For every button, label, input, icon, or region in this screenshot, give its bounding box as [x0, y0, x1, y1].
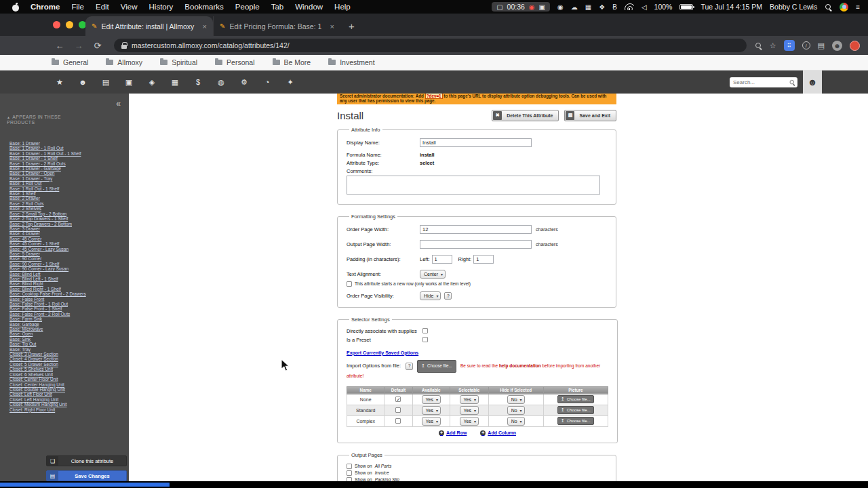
product-link[interactable]: Base: 1 Roll Out - 1 Shelf: [9, 186, 92, 191]
drop-icon[interactable]: ✦: [286, 78, 294, 87]
shipping-icon[interactable]: ◈: [148, 78, 156, 87]
available-select[interactable]: Yes: [422, 395, 441, 404]
display-name-input[interactable]: [420, 138, 532, 147]
add-column-link[interactable]: +Add Column: [480, 430, 516, 436]
picture-choose-file-button[interactable]: ↥Choose file...: [557, 406, 594, 414]
order-page-width-input[interactable]: [420, 225, 532, 234]
address-bar[interactable]: mastercustom.allmoxy.com/catalog/attribu…: [114, 39, 747, 52]
product-link[interactable]: Closet: 6 Shelves Unit: [9, 372, 92, 377]
available-select[interactable]: Yes: [422, 417, 441, 426]
bookmark-folder[interactable]: Be More: [273, 58, 311, 66]
product-link[interactable]: Closet: 5 Shelves Unit: [9, 367, 92, 371]
product-link[interactable]: Closet: Center Hanging Unit: [9, 382, 92, 387]
picture-choose-file-button[interactable]: ↥Choose file...: [557, 395, 594, 403]
product-link[interactable]: Base: 4 Drawer: [9, 231, 92, 236]
menubar-clock[interactable]: Tue Jul 14 4:15 PM: [701, 3, 762, 11]
spotlight-search-icon[interactable]: [825, 3, 832, 11]
tab-close-icon[interactable]: ×: [200, 22, 207, 30]
product-link[interactable]: Closet: 4 Drawer Section: [9, 357, 92, 361]
product-link[interactable]: Base: 1 Drawer - 1 Roll Out - 1 Shelf: [9, 151, 92, 156]
extension-icon[interactable]: ⠿: [784, 40, 795, 51]
available-select[interactable]: Yes: [422, 406, 441, 415]
battery-icon[interactable]: [679, 4, 693, 10]
help-documentation-link[interactable]: help documentation: [499, 363, 541, 368]
chrome-profile-icon[interactable]: [840, 3, 848, 12]
back-button[interactable]: ←: [52, 41, 68, 51]
browser-tab-active[interactable]: ✎ Edit Attribute: install | Allmoxy ×: [85, 16, 213, 36]
account-avatar[interactable]: ☻: [803, 70, 822, 94]
menubar-menu-item[interactable]: People: [235, 3, 260, 11]
extension-profile-icon[interactable]: [850, 41, 860, 51]
product-link[interactable]: Base: Farm Sink: [9, 317, 92, 321]
product-link[interactable]: Base: Microwave: [9, 327, 92, 331]
sidebar-collapse-icon[interactable]: «: [116, 99, 121, 108]
menubar-menu-item[interactable]: Window: [295, 3, 323, 11]
padding-right-input[interactable]: [473, 255, 494, 264]
product-link[interactable]: Closet: 3 Drawer Section: [9, 352, 92, 357]
visibility-select[interactable]: Hide: [420, 291, 441, 300]
menubar-menu-item[interactable]: File: [71, 3, 84, 11]
bluetooth-icon[interactable]: Ƀ: [612, 3, 617, 11]
is-preset-checkbox[interactable]: [422, 337, 428, 342]
output-page-width-input[interactable]: [420, 240, 532, 249]
side-panel-icon[interactable]: ▤: [818, 41, 825, 50]
star-icon[interactable]: ★: [56, 78, 64, 87]
product-link[interactable]: Base: 45 Corner: [9, 237, 92, 241]
record-icon[interactable]: ◉: [529, 3, 535, 11]
product-link[interactable]: Base: 2 Top Drawers - 2 Bottom: [9, 222, 92, 226]
user-switcher[interactable]: Bobby C Lewis: [770, 3, 817, 11]
reports-icon[interactable]: ◍: [217, 78, 225, 87]
product-link[interactable]: Closet: Left Floor Unit: [9, 392, 92, 396]
product-link[interactable]: Base: 90 Corner: [9, 256, 92, 261]
browser-tab-inactive[interactable]: ✎ Edit Pricing Formula: Base: 1 R ×: [213, 16, 340, 36]
selectable-select[interactable]: Yes: [460, 417, 479, 426]
help-button[interactable]: ?: [444, 292, 452, 300]
new-tab-button[interactable]: +: [340, 16, 363, 36]
product-link[interactable]: Base: 1 Drawer - 1 Roll Out: [9, 146, 92, 150]
bookmark-folder[interactable]: General: [52, 58, 88, 66]
info-icon[interactable]: i: [802, 41, 810, 49]
picture-choose-file-button[interactable]: ↥Choose file...: [557, 417, 594, 425]
default-checkbox[interactable]: [395, 418, 401, 424]
product-link[interactable]: Base: False Front - 2 Roll Outs: [9, 312, 92, 317]
selectable-select[interactable]: Yes: [460, 406, 479, 415]
product-link[interactable]: Closet: Medium Hanging Unit: [9, 402, 92, 407]
product-link[interactable]: Base: 1 Shelf: [9, 191, 92, 196]
product-link[interactable]: Closet: 5 Drawer Section: [9, 362, 92, 367]
product-link[interactable]: Base: 2 Small Top - 2 Bottom: [9, 211, 92, 216]
default-checkbox[interactable]: [395, 396, 401, 402]
menubar-menu-item[interactable]: Tab: [271, 3, 284, 11]
text-alignment-select[interactable]: Center: [420, 270, 446, 279]
product-link[interactable]: Closet: Double Hanging Unit: [9, 387, 92, 392]
users-icon[interactable]: ☻: [79, 78, 87, 86]
product-link[interactable]: Base: 1 Drawer: [9, 141, 92, 146]
output-page-checkbox[interactable]: [347, 464, 352, 469]
search-icon[interactable]: [789, 79, 793, 85]
lock-icon[interactable]: [121, 45, 127, 49]
bookmark-star-icon[interactable]: ☆: [770, 41, 776, 50]
window-close-button[interactable]: [53, 21, 60, 28]
product-link[interactable]: Base: Blind Left - 1 Shelf: [9, 277, 92, 281]
product-link[interactable]: Base: Tip Out: [9, 342, 92, 346]
bookmark-folder[interactable]: Investment: [328, 58, 374, 66]
menubar-menu-item[interactable]: History: [149, 3, 174, 11]
choose-file-button[interactable]: ↥ Choose file...: [417, 360, 456, 373]
product-link[interactable]: Base: 2 Roll Outs: [9, 201, 92, 206]
tab-close-icon[interactable]: ×: [328, 22, 334, 30]
export-options-link[interactable]: Export Currently Saved Options: [347, 350, 418, 355]
bookmark-folder[interactable]: Allmoxy: [106, 58, 142, 66]
wifi-icon[interactable]: [625, 3, 634, 10]
delete-attribute-button[interactable]: ✖ Delete This Attribute: [492, 110, 559, 121]
product-link[interactable]: Base: 1 Drawer - Tray: [9, 176, 92, 181]
orders-icon[interactable]: ▤: [102, 78, 110, 87]
menubar-menu-item[interactable]: Help: [334, 3, 351, 11]
default-checkbox[interactable]: [395, 407, 401, 413]
control-center-icon[interactable]: ≡: [856, 3, 860, 11]
url-text[interactable]: mastercustom.allmoxy.com/catalog/attribu…: [132, 41, 290, 49]
product-link[interactable]: Base: 2 Top Drawers - 1 Shelf: [9, 216, 92, 221]
padding-left-input[interactable]: [432, 255, 452, 264]
product-link[interactable]: Base: 45 Corner - Lazy Susan: [9, 247, 92, 251]
menubar-menu-item[interactable]: View: [121, 3, 138, 11]
calendar-icon[interactable]: ▦: [171, 78, 179, 87]
screen-recording-pill[interactable]: ▢ 00:36 ◉ ▣: [492, 2, 550, 12]
